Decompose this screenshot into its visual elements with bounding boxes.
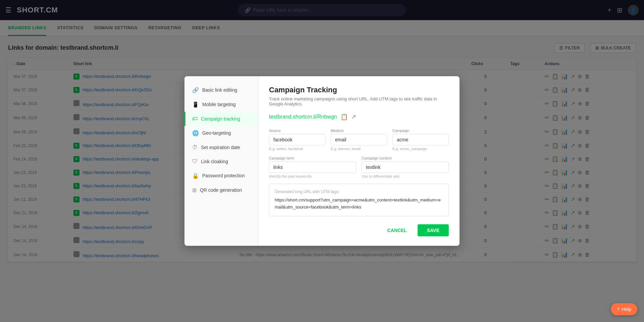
medium-input[interactable] [331, 134, 387, 145]
mobile-icon: 📱 [192, 101, 199, 108]
cancel-button[interactable]: CANCEL [382, 225, 412, 236]
term-input[interactable] [269, 162, 356, 173]
term-field: Campaign term Identify the paid keywords [269, 156, 356, 178]
modal-url-text: testbrand.shortcm.li/Rnbwgn [269, 114, 337, 120]
sidebar-item-password-protection[interactable]: 🔒 Password protection [184, 169, 258, 183]
campaign-field: Campaign E.g. acme_campaign [392, 129, 449, 151]
modal-overlay[interactable]: 🔗 Basic link editing 📱 Mobile targeting … [0, 0, 644, 269]
sidebar-item-qr-code-generation[interactable]: ⊞ QR code generation [184, 183, 258, 197]
term-hint: Identify the paid keywords [269, 174, 356, 178]
save-button[interactable]: SAVE [418, 224, 449, 236]
source-field: Source E.g. twitter, facebook [269, 129, 325, 151]
generated-url-text: https://short.cm/support?utm_campaign=ac… [275, 197, 443, 211]
form-row-1: Source E.g. twitter, facebook Medium E.g… [269, 129, 449, 151]
content-field: Campaign content Use to differentiate ad… [362, 156, 449, 178]
tag-icon: 🏷 [192, 116, 198, 122]
source-label: Source [269, 129, 325, 133]
sidebar-item-set-expiration-date[interactable]: ⏱ Set expiration date [184, 140, 258, 154]
sidebar-item-mobile-targeting[interactable]: 📱 Mobile targeting [184, 97, 258, 112]
generated-url-label: Generated long URL with UTM tags: [275, 189, 443, 194]
campaign-label: Campaign [392, 129, 449, 133]
globe-icon: 🌐 [192, 130, 199, 136]
sidebar-item-geo-targeting[interactable]: 🌐 Geo-targeting [184, 126, 258, 140]
term-label: Campaign term [269, 156, 356, 160]
link-icon: 🔗 [192, 87, 199, 93]
qr-icon: ⊞ [192, 187, 197, 193]
content-label: Campaign content [362, 156, 449, 160]
share-url-button[interactable]: ↗ [351, 113, 356, 121]
modal-sidebar: 🔗 Basic link editing 📱 Mobile targeting … [184, 76, 258, 246]
sidebar-item-basic-link-editing[interactable]: 🔗 Basic link editing [184, 83, 258, 97]
modal-body: Campaign Tracking Track online marketing… [258, 76, 460, 246]
lock-icon: 🔒 [192, 173, 199, 179]
modal-footer: CANCEL SAVE [269, 224, 449, 236]
modal-title: Campaign Tracking [269, 86, 449, 94]
source-hint: E.g. twitter, facebook [269, 147, 325, 151]
campaign-input[interactable] [392, 134, 449, 145]
sidebar-item-campaign-tracking[interactable]: 🏷 Campaign tracking [184, 112, 258, 126]
medium-field: Medium E.g. banner, email [331, 129, 387, 151]
medium-label: Medium [331, 129, 387, 133]
modal-subtitle: Track online marketing campaigns using s… [269, 96, 449, 106]
shield-icon: 🛡 [192, 158, 198, 165]
medium-hint: E.g. banner, email [331, 147, 387, 151]
form-row-2: Campaign term Identify the paid keywords… [269, 156, 449, 178]
content-input[interactable] [362, 162, 449, 173]
modal-url-section: testbrand.shortcm.li/Rnbwgn 📋 ↗ [269, 113, 449, 121]
timer-icon: ⏱ [192, 144, 198, 150]
modal: 🔗 Basic link editing 📱 Mobile targeting … [184, 76, 460, 246]
generated-url-box: Generated long URL with UTM tags: https:… [269, 184, 449, 217]
source-input[interactable] [269, 134, 325, 145]
sidebar-item-link-cloaking[interactable]: 🛡 Link cloaking [184, 154, 258, 169]
copy-url-button[interactable]: 📋 [340, 113, 348, 121]
campaign-hint: E.g. acme_campaign [392, 147, 449, 151]
content-hint: Use to differentiate ads [362, 174, 449, 178]
